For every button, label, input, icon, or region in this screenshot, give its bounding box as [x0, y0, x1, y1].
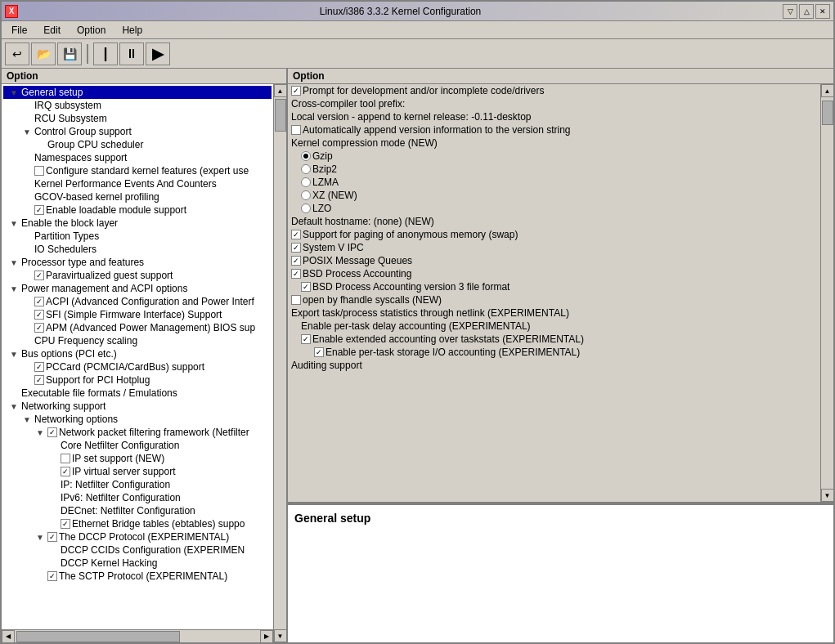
option-local-version[interactable]: Local version - append to kernel release…: [288, 110, 820, 123]
option-cross-compiler[interactable]: Cross-compiler tool prefix:: [288, 97, 820, 110]
cb-bsd-v3[interactable]: [301, 282, 311, 292]
tree-item-ip-vs[interactable]: IP virtual server support: [3, 465, 272, 478]
option-swap[interactable]: Support for paging of anonymous memory (…: [288, 228, 820, 241]
tree-item-block-layer[interactable]: ▼ Enable the block layer: [3, 217, 272, 230]
tree-item-ip-set[interactable]: IP set support (NEW): [3, 452, 272, 465]
tree-item-exec-formats[interactable]: Executable file formats / Emulations: [3, 387, 272, 400]
option-bsd-v3[interactable]: BSD Process Accounting version 3 file fo…: [288, 280, 820, 293]
tree-scroll-down[interactable]: ▼: [274, 629, 287, 642]
option-kernel-compression[interactable]: Kernel compression mode (NEW): [288, 136, 820, 150]
tree-item-sctp[interactable]: The SCTP Protocol (EXPERIMENTAL): [3, 570, 272, 583]
pause2-button[interactable]: ⏸: [119, 42, 144, 65]
tree-item-ipv6-netfilter[interactable]: IPv6: Netfilter Configuration: [3, 491, 272, 504]
tree-item-partition[interactable]: Partition Types: [3, 230, 272, 243]
radio-gzip[interactable]: [301, 151, 311, 161]
tree-item-group-cpu[interactable]: Group CPU scheduler: [3, 138, 272, 151]
tree-item-networking[interactable]: ▼ Networking support: [3, 400, 272, 413]
checkbox-netfilter[interactable]: [47, 427, 57, 437]
checkbox-hotplug[interactable]: [34, 375, 44, 385]
option-lzma[interactable]: LZMA: [288, 176, 820, 189]
tree-item-loadable-module[interactable]: Enable loadable module support: [3, 203, 272, 217]
checkbox-sfi[interactable]: [34, 310, 44, 320]
option-bzip2[interactable]: Bzip2: [288, 163, 820, 176]
tree-item-ip-netfilter[interactable]: IP: Netfilter Configuration: [3, 478, 272, 491]
option-bsd-acct[interactable]: BSD Process Accounting: [288, 267, 820, 280]
option-per-task-delay[interactable]: Enable per-task delay accounting (EXPERI…: [288, 320, 820, 333]
cb-sysv[interactable]: [291, 243, 301, 253]
option-default-hostname[interactable]: Default hostname: (none) (NEW): [288, 215, 820, 228]
checkbox-pccard[interactable]: [34, 362, 44, 372]
tree-item-sfi[interactable]: SFI (Simple Firmware Interface) Support: [3, 308, 272, 321]
tree-item-dccp[interactable]: ▼ The DCCP Protocol (EXPERIMENTAL): [3, 530, 272, 543]
option-posix-mq[interactable]: POSIX Message Queues: [288, 254, 820, 267]
tree-item-core-netfilter[interactable]: Core Netfilter Configuration: [3, 439, 272, 452]
cb-per-task-storage[interactable]: [314, 347, 324, 357]
checkbox-apm[interactable]: [34, 323, 44, 333]
cb-bsd-acct[interactable]: [291, 269, 301, 279]
cb-posix-mq[interactable]: [291, 256, 301, 266]
save-button[interactable]: 💾: [57, 42, 82, 65]
option-extended-acct[interactable]: Enable extended accounting over taskstat…: [288, 333, 820, 346]
checkbox-configure[interactable]: [34, 166, 44, 176]
checkbox-loadable[interactable]: [34, 205, 44, 215]
checkbox-paravirt[interactable]: [34, 271, 44, 280]
tree-item-cpu-freq[interactable]: CPU Frequency scaling: [3, 334, 272, 347]
open-button[interactable]: 📂: [31, 42, 56, 65]
tree-item-rcu[interactable]: RCU Subsystem: [3, 112, 272, 125]
tree-scroll-thumb-h[interactable]: [16, 631, 180, 642]
menu-edit[interactable]: Edit: [37, 23, 67, 38]
minimize-button[interactable]: ▽: [783, 4, 797, 19]
option-auditing[interactable]: Auditing support: [288, 359, 820, 372]
tree-scroll-thumb[interactable]: [275, 99, 286, 132]
close-button[interactable]: ✕: [815, 4, 830, 19]
run-button[interactable]: ▶: [146, 42, 170, 65]
tree-item-bus[interactable]: ▼ Bus options (PCI etc.): [3, 347, 272, 360]
tree-item-acpi[interactable]: ACPI (Advanced Configuration and Power I…: [3, 295, 272, 308]
checkbox-ip-set[interactable]: [61, 454, 70, 463]
option-scroll-thumb[interactable]: [822, 101, 833, 125]
tree-item-configure-kernel[interactable]: Configure standard kernel features (expe…: [3, 164, 272, 177]
tree-item-netfilter[interactable]: ▼ Network packet filtering framework (Ne…: [3, 426, 272, 439]
tree-item-control-group[interactable]: ▼ Control Group support: [3, 125, 272, 138]
radio-xz[interactable]: [301, 190, 311, 200]
tree-scroll-right[interactable]: ▶: [260, 630, 273, 643]
tree-item-perf-events[interactable]: Kernel Performance Events And Counters: [3, 177, 272, 190]
cb-prompt[interactable]: [291, 86, 301, 96]
tree-item-general-setup[interactable]: ▼ General setup: [3, 86, 272, 99]
menu-option[interactable]: Option: [70, 23, 112, 38]
tree-item-dccp-hacking[interactable]: DCCP Kernel Hacking: [3, 557, 272, 570]
tree-item-namespaces[interactable]: Namespaces support: [3, 151, 272, 164]
radio-lzo[interactable]: [301, 203, 311, 213]
cb-extended-acct[interactable]: [301, 334, 311, 344]
title-buttons[interactable]: ▽ △ ✕: [783, 4, 830, 19]
tree-item-gcov[interactable]: GCOV-based kernel profiling: [3, 190, 272, 203]
cb-auto-append[interactable]: [291, 125, 301, 135]
tree-item-pccard[interactable]: PCCard (PCMCIA/CardBus) support: [3, 360, 272, 373]
maximize-button[interactable]: △: [799, 4, 814, 19]
tree-item-dccp-ccids[interactable]: DCCP CCIDs Configuration (EXPERIMEN: [3, 543, 272, 557]
tree-scroll-up[interactable]: ▲: [274, 84, 287, 97]
checkbox-acpi[interactable]: [34, 297, 44, 306]
option-open-fhandle[interactable]: open by fhandle syscalls (NEW): [288, 293, 820, 306]
cb-open-fhandle[interactable]: [291, 295, 301, 305]
tree-item-paravirt[interactable]: Paravirtualized guest support: [3, 269, 272, 282]
option-export-task[interactable]: Export task/process statistics through n…: [288, 306, 820, 320]
tree-item-irq[interactable]: IRQ subsystem: [3, 99, 272, 112]
checkbox-dccp[interactable]: [47, 532, 57, 542]
radio-lzma[interactable]: [301, 177, 311, 187]
option-lzo[interactable]: LZO: [288, 202, 820, 215]
tree-item-pci-hotplug[interactable]: Support for PCI Hotplug: [3, 373, 272, 387]
tree-item-io-schedulers[interactable]: IO Schedulers: [3, 243, 272, 256]
tree-item-processor[interactable]: ▼ Processor type and features: [3, 256, 272, 269]
tree-scroll-left[interactable]: ◀: [2, 630, 15, 643]
tree-item-ebtables[interactable]: Ethernet Bridge tables (ebtables) suppo: [3, 517, 272, 530]
menu-help[interactable]: Help: [115, 23, 149, 38]
menu-file[interactable]: File: [5, 23, 34, 38]
pause1-button[interactable]: |: [93, 42, 118, 65]
tree-item-power[interactable]: ▼ Power management and ACPI options: [3, 282, 272, 295]
undo-button[interactable]: ↩: [5, 42, 29, 65]
option-scroll-up[interactable]: ▲: [821, 84, 834, 97]
tree-item-apm[interactable]: APM (Advanced Power Management) BIOS sup: [3, 321, 272, 334]
option-auto-append[interactable]: Automatically append version information…: [288, 123, 820, 136]
option-scroll-down[interactable]: ▼: [821, 489, 834, 502]
